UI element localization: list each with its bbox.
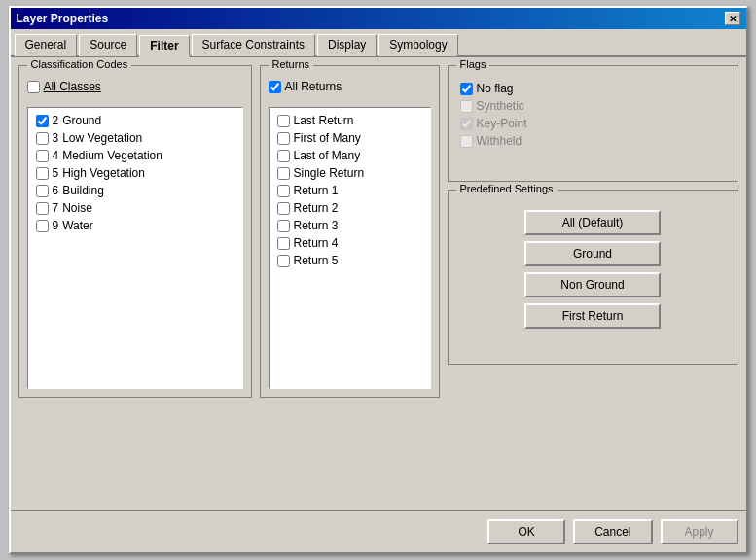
returns-group: Returns All Returns Last Return First of… (260, 65, 440, 398)
flag-item-synthetic: Synthetic (456, 97, 730, 115)
class-checkbox-building[interactable] (36, 185, 49, 197)
predef-all-default-button[interactable]: All (Default) (524, 210, 661, 235)
flag-checkbox-noflag[interactable] (460, 83, 473, 95)
return-item-single: Single Return (273, 164, 426, 182)
return-label-1: Return 1 (294, 184, 339, 197)
tab-filter[interactable]: Filter (139, 35, 189, 57)
apply-button[interactable]: Apply (661, 519, 738, 544)
class-item-building: 6 Building (32, 182, 238, 199)
return-checkbox-1[interactable] (277, 185, 290, 197)
class-label-ground: Ground (62, 114, 101, 127)
class-item-medveg: 4 Medium Vegetation (32, 147, 238, 164)
return-checkbox-lastmany[interactable] (277, 150, 290, 162)
class-checkbox-noise[interactable] (36, 202, 49, 215)
tabs-bar: General Source Filter Surface Constraint… (11, 29, 746, 57)
cancel-button[interactable]: Cancel (573, 519, 652, 544)
class-checkbox-medveg[interactable] (36, 150, 49, 162)
return-checkbox-2[interactable] (277, 202, 290, 215)
return-label-4: Return 4 (294, 236, 339, 250)
class-label-highveg: High Vegetation (62, 166, 145, 180)
return-item-firstmany: First of Many (273, 129, 426, 147)
predef-firstreturn-button[interactable]: First Return (524, 303, 661, 329)
predef-ground-button[interactable]: Ground (524, 241, 661, 266)
right-column: Flags No flag Synthetic Key-Point (448, 65, 738, 398)
return-item-4: Return 4 (273, 234, 426, 252)
return-item-1: Return 1 (273, 182, 426, 199)
tab-source[interactable]: Source (79, 34, 137, 56)
return-checkbox-single[interactable] (277, 167, 290, 180)
tab-symbology[interactable]: Symbology (378, 34, 457, 56)
all-classes-checkbox[interactable] (27, 81, 40, 93)
flags-legend: Flags (456, 58, 490, 70)
spacer (18, 405, 738, 503)
return-item-last: Last Return (273, 112, 426, 129)
class-checkbox-highveg[interactable] (36, 167, 49, 180)
class-label-medveg: Medium Vegetation (62, 149, 162, 162)
flags-group: Flags No flag Synthetic Key-Point (448, 65, 738, 182)
class-checkbox-lowveg[interactable] (36, 132, 49, 145)
tab-surface-constraints[interactable]: Surface Constraints (192, 34, 315, 56)
return-label-last: Last Return (294, 114, 354, 127)
flag-label-keypoint: Key-Point (477, 117, 527, 130)
class-number-4: 4 (53, 149, 59, 162)
dialog-content: Classification Codes All Classes 2 Groun… (11, 57, 746, 510)
class-number-2: 2 (53, 114, 59, 127)
flag-item-noflag: No flag (456, 80, 730, 97)
dialog-title: Layer Properties (17, 12, 109, 25)
class-item-noise: 7 Noise (32, 199, 238, 217)
footer-bar: OK Cancel Apply (11, 510, 746, 552)
return-checkbox-last[interactable] (277, 115, 290, 127)
flag-checkbox-withheld[interactable] (460, 135, 473, 148)
flag-label-withheld: Withheld (477, 134, 522, 148)
class-item-lowveg: 3 Low Vegetation (32, 129, 238, 147)
predefined-legend: Predefined Settings (456, 183, 558, 194)
class-item-ground: 2 Ground (32, 112, 238, 129)
all-classes-row: All Classes (27, 80, 243, 93)
predefined-group: Predefined Settings All (Default) Ground… (448, 190, 738, 365)
return-item-2: Return 2 (273, 199, 426, 217)
return-label-single: Single Return (294, 166, 365, 180)
return-checkbox-4[interactable] (277, 237, 290, 250)
class-number-3: 3 (53, 131, 59, 145)
return-checkbox-3[interactable] (277, 220, 290, 232)
class-number-7: 7 (53, 201, 59, 215)
all-returns-label: All Returns (285, 80, 342, 93)
flag-item-keypoint: Key-Point (456, 115, 730, 132)
title-bar: Layer Properties ✕ (11, 8, 746, 29)
tab-general[interactable]: General (15, 34, 78, 56)
return-item-lastmany: Last of Many (273, 147, 426, 164)
class-number-5: 5 (53, 166, 59, 180)
class-label-building: Building (62, 184, 104, 197)
return-item-3: Return 3 (273, 217, 426, 234)
predef-nonground-button[interactable]: Non Ground (524, 272, 661, 298)
return-label-5: Return 5 (294, 254, 339, 267)
return-label-3: Return 3 (294, 219, 339, 232)
tab-display[interactable]: Display (317, 34, 377, 56)
class-item-water: 9 Water (32, 217, 238, 234)
class-number-9: 9 (53, 219, 59, 232)
returns-legend: Returns (269, 58, 314, 70)
class-label-lowveg: Low Vegetation (62, 131, 142, 145)
flag-checkbox-synthetic[interactable] (460, 100, 473, 113)
class-checkbox-water[interactable] (36, 220, 49, 232)
return-checkbox-firstmany[interactable] (277, 132, 290, 145)
return-label-lastmany: Last of Many (294, 149, 361, 162)
layer-properties-dialog: Layer Properties ✕ General Source Filter… (9, 6, 748, 554)
return-item-5: Return 5 (273, 252, 426, 269)
close-button[interactable]: ✕ (725, 12, 740, 25)
ok-button[interactable]: OK (487, 519, 565, 544)
flag-checkbox-keypoint[interactable] (460, 118, 473, 130)
classification-legend: Classification Codes (27, 58, 132, 70)
classification-list: 2 Ground 3 Low Vegetation 4 Medium Veget… (27, 107, 243, 389)
all-returns-checkbox[interactable] (269, 81, 281, 93)
all-returns-row: All Returns (269, 80, 431, 93)
all-classes-label: All Classes (44, 80, 101, 93)
panels-row: Classification Codes All Classes 2 Groun… (18, 65, 738, 398)
returns-list: Last Return First of Many Last of Many S… (269, 107, 431, 389)
class-label-water: Water (62, 219, 93, 232)
class-label-noise: Noise (62, 201, 92, 215)
classification-group: Classification Codes All Classes 2 Groun… (18, 65, 252, 398)
return-label-2: Return 2 (294, 201, 339, 215)
class-checkbox-ground[interactable] (36, 115, 49, 127)
return-checkbox-5[interactable] (277, 255, 290, 267)
